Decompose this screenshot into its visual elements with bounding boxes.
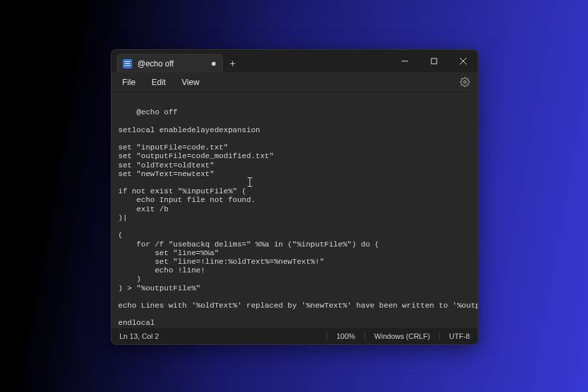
- close-icon: [460, 58, 467, 64]
- window-controls: [390, 50, 478, 72]
- editor-content: @echo off setlocal enabledelayedexpansio…: [118, 108, 478, 327]
- document-icon: [123, 59, 132, 68]
- editor-area[interactable]: @echo off setlocal enabledelayedexpansio…: [111, 92, 478, 328]
- menu-bar: File Edit View: [111, 72, 478, 92]
- unsaved-indicator-icon: [212, 62, 216, 66]
- status-position[interactable]: Ln 13, Col 2: [119, 328, 327, 344]
- status-zoom[interactable]: 100%: [327, 328, 364, 344]
- status-encoding[interactable]: UTF-8: [440, 328, 470, 344]
- document-tab[interactable]: @echo off: [117, 54, 223, 72]
- title-bar: @echo off ＋: [111, 50, 478, 72]
- menu-view[interactable]: View: [175, 75, 206, 90]
- minimize-icon: [402, 58, 408, 64]
- svg-rect-1: [431, 58, 437, 64]
- settings-button[interactable]: [455, 73, 474, 92]
- new-tab-button[interactable]: ＋: [223, 54, 242, 72]
- menu-file[interactable]: File: [115, 75, 142, 90]
- plus-icon: ＋: [228, 57, 238, 70]
- status-line-ending[interactable]: Windows (CRLF): [365, 328, 439, 344]
- menu-edit[interactable]: Edit: [145, 75, 173, 90]
- tab-title: @echo off: [137, 59, 206, 68]
- tab-strip: @echo off ＋: [111, 50, 390, 72]
- svg-point-4: [463, 81, 466, 84]
- text-cursor-icon: [248, 177, 252, 187]
- close-button[interactable]: [449, 50, 478, 72]
- minimize-button[interactable]: [390, 50, 419, 72]
- status-bar: Ln 13, Col 2 100% Windows (CRLF) UTF-8: [111, 328, 478, 344]
- gear-icon: [460, 77, 470, 87]
- notepad-window: @echo off ＋ File Edit View: [111, 49, 478, 345]
- maximize-icon: [431, 58, 437, 64]
- maximize-button[interactable]: [419, 50, 449, 72]
